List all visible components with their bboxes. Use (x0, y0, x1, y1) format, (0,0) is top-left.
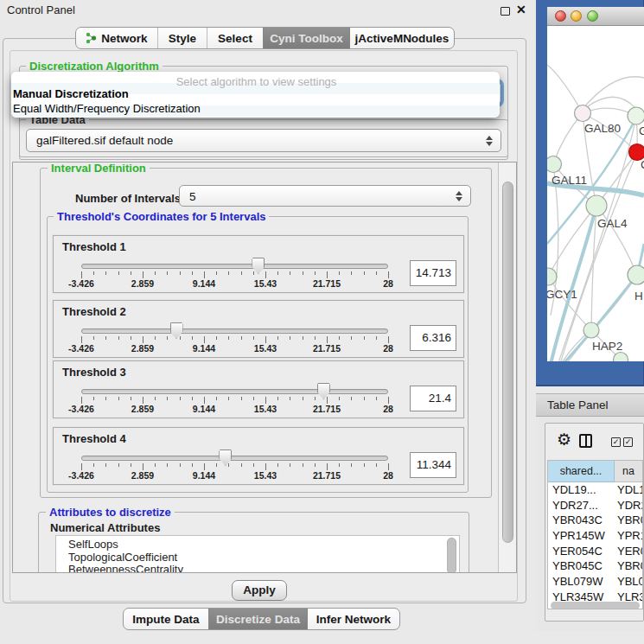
slider-scale-label: -3.426 (68, 404, 94, 414)
threshold-value-field[interactable]: 6.316 (410, 325, 456, 351)
tab-jactivemnodules[interactable]: jActiveMNodules (349, 28, 454, 48)
tab-label: Network (101, 28, 147, 49)
tab-label: Select (218, 28, 252, 49)
checkbox-icon[interactable]: ✓ (623, 437, 633, 447)
attribute-list-item[interactable]: SelfLoops (56, 539, 459, 552)
tab-select[interactable]: Select (207, 28, 263, 48)
tab-discretize-data[interactable]: Discretize Data (208, 609, 307, 629)
slider-track[interactable] (81, 328, 388, 334)
slider-scale-label: 2.859 (131, 343, 154, 354)
network-edge[interactable] (588, 97, 636, 109)
slider-track[interactable] (81, 456, 388, 461)
table-data-combobox[interactable]: galFiltered.sif default node (26, 129, 501, 152)
numerical-attributes-list[interactable]: SelfLoopsTopologicalCoefficientBetweenne… (55, 535, 460, 573)
threshold-value-field[interactable]: 21.4 (410, 386, 456, 411)
network-edge[interactable] (548, 206, 596, 277)
column-header-name[interactable]: na (615, 461, 642, 482)
minimize-traffic-light-icon[interactable] (571, 10, 582, 22)
threshold-label: Threshold 2 (62, 305, 126, 318)
attributes-scrollbar-thumb[interactable] (447, 538, 456, 573)
vertical-scrollbar-track[interactable] (498, 163, 517, 572)
threshold-label: Threshold 1 (62, 240, 126, 253)
network-node[interactable] (628, 265, 644, 284)
slider-scale-label: 15.43 (254, 343, 277, 354)
algorithm-dropdown-popup: Select algorithm to view settings Manual… (11, 72, 500, 118)
table-row[interactable]: YBR043CYBR0 (548, 513, 642, 528)
tab-infer-network[interactable]: Infer Network (307, 609, 399, 629)
threshold-panel: Threshold 1-3.4262.8599.14415.4321.71528… (53, 235, 464, 293)
tab-cyni-toolbox[interactable]: Cyni Toolbox (263, 28, 349, 48)
tab-style[interactable]: Style (157, 28, 207, 48)
thresholds-group: Threshold's Coordinates for 5 Intervals … (47, 216, 469, 493)
dropdown-option-equal-width-frequency[interactable]: Equal Width/Frequency Discretization (11, 101, 500, 116)
slider-track[interactable] (81, 389, 388, 394)
slider-scale-label: 21.715 (313, 470, 341, 481)
slider-scale-label: 28 (383, 343, 393, 354)
close-icon[interactable]: ✕ (516, 3, 526, 16)
slider-scale-label: 9.144 (193, 404, 215, 414)
number-of-intervals-combobox[interactable]: 5 (179, 185, 471, 207)
table-row[interactable]: YBR045CYBR0 (548, 558, 642, 574)
network-node-label: GAL11 (552, 174, 587, 187)
attributes-group-title: Attributes to discretize (46, 506, 175, 519)
table-row[interactable]: YBL079WYBL0 (548, 574, 642, 590)
node-table-container: ⚙ ✓ ✓ shared... na YDL19...YDL1YDR27...Y… (545, 423, 644, 622)
slider-scale-label: 2.859 (131, 278, 154, 289)
stepper-icon (456, 191, 463, 201)
threshold-value-field[interactable]: 11.344 (410, 452, 456, 478)
network-node[interactable] (575, 105, 591, 122)
slider-scale-label: 21.715 (313, 404, 341, 414)
tab-label: Impute Data (132, 609, 199, 630)
slider-ticks (81, 463, 389, 472)
network-node[interactable] (547, 156, 562, 173)
slider-track[interactable] (81, 264, 388, 269)
float-window-icon[interactable] (501, 7, 510, 16)
network-edge[interactable] (547, 65, 583, 113)
network-node[interactable] (583, 322, 599, 338)
zoom-traffic-light-icon[interactable] (587, 10, 598, 22)
network-canvas[interactable]: GAL80GCGAL11GAL4GCY1HHAP2 (547, 26, 644, 361)
dropdown-hint: Select algorithm to view settings (11, 72, 500, 86)
slider-scale-label: -3.426 (68, 278, 94, 289)
close-traffic-light-icon[interactable] (555, 10, 566, 22)
network-node[interactable] (586, 195, 607, 216)
threshold-panel: Threshold 3-3.4262.8599.14415.4321.71528… (53, 360, 464, 418)
network-edge[interactable] (553, 113, 583, 164)
panel-title: Control Panel (7, 3, 75, 16)
stepper-icon (486, 136, 494, 146)
table-data-value: galFiltered.sif default node (36, 130, 173, 152)
attribute-list-item[interactable]: TopologicalCoefficient (56, 552, 459, 564)
network-node[interactable] (628, 107, 644, 124)
tab-impute-data[interactable]: Impute Data (124, 609, 208, 629)
column-header-shared-name[interactable]: shared... (548, 461, 615, 482)
checkbox-icon[interactable]: ✓ (611, 437, 621, 447)
horizontal-scrollbar-thumb[interactable] (551, 602, 640, 609)
interval-definition-title: Interval Definition (48, 162, 150, 175)
slider-ticks (81, 271, 389, 280)
threshold-label: Threshold 3 (62, 366, 126, 379)
table-row[interactable]: YDR27...YDR2 (548, 498, 642, 513)
column-layout-icon[interactable] (579, 434, 592, 448)
slider-scale-label: 28 (383, 404, 393, 414)
table-panel-body: ⚙ ✓ ✓ shared... na YDL19...YDL1YDR27...Y… (536, 417, 644, 631)
gear-icon[interactable]: ⚙ (557, 431, 571, 448)
threshold-label: Threshold 4 (62, 432, 126, 445)
attribute-list-item[interactable]: BetweennessCentrality (56, 564, 459, 573)
network-node[interactable] (547, 268, 557, 285)
numerical-attributes-label: Numerical Attributes (50, 521, 160, 534)
vertical-scrollbar-thumb[interactable] (502, 182, 513, 543)
network-node[interactable] (614, 353, 628, 362)
apply-button[interactable]: Apply (232, 580, 287, 601)
table-row[interactable]: YDL19...YDL1 (548, 482, 642, 498)
tab-label: jActiveMNodules (355, 28, 450, 49)
slider-scale-label: 28 (383, 470, 393, 481)
tab-network[interactable]: Network (76, 28, 157, 48)
network-graph: GAL80GCGAL11GAL4GCY1HHAP2 (547, 26, 644, 361)
slider-scale-label: -3.426 (68, 343, 94, 354)
slider-scale-label: 2.859 (131, 470, 154, 481)
interval-definition-group: Interval Definition Number of Intervals … (40, 168, 492, 498)
threshold-value-field[interactable]: 14.713 (410, 260, 456, 286)
table-row[interactable]: YER054CYER0 (548, 544, 642, 559)
network-window-titlebar[interactable] (547, 7, 644, 26)
table-row[interactable]: YPR145WYPR1 (548, 528, 642, 544)
